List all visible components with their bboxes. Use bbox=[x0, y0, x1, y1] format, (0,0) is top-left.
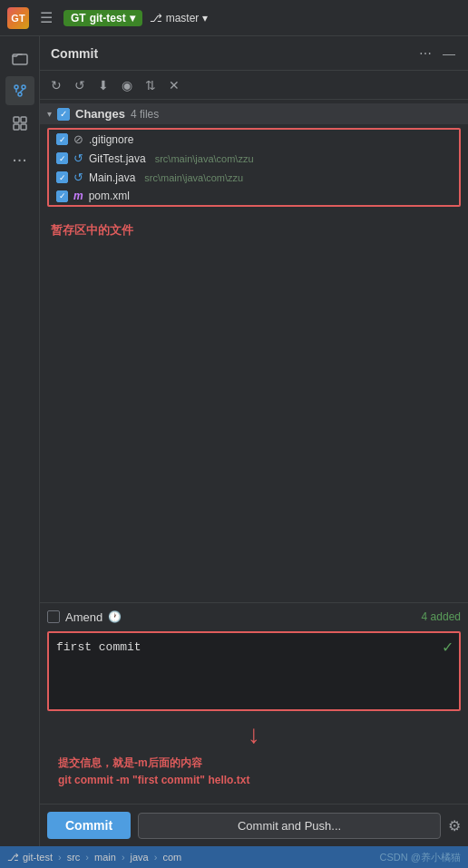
eye-icon[interactable]: ◉ bbox=[118, 76, 136, 94]
project-selector[interactable]: GT git-test ▾ bbox=[63, 10, 142, 26]
svg-rect-6 bbox=[14, 124, 19, 130]
status-git-icon: ⎇ bbox=[7, 852, 19, 863]
file-name-gitignore: .gitignore bbox=[89, 133, 133, 146]
file-checkbox-gitignore[interactable]: ✓ bbox=[56, 133, 68, 145]
sidebar-item-grid[interactable] bbox=[5, 109, 34, 138]
undo-icon[interactable]: ↺ bbox=[71, 76, 89, 94]
panel-header-icons: ⋯ — bbox=[417, 44, 457, 63]
hamburger-menu[interactable]: ☰ bbox=[36, 7, 56, 28]
file-name-main: Main.java bbox=[89, 171, 135, 184]
file-checkbox-gitTest[interactable]: ✓ bbox=[56, 152, 68, 164]
changes-header[interactable]: ▾ ✓ Changes 4 files bbox=[40, 103, 468, 124]
sidebar-item-git[interactable] bbox=[5, 76, 34, 105]
file-icon-main: ↺ bbox=[73, 171, 83, 184]
file-list: ✓ ⊘ .gitignore ✓ ↺ GitTest.java src\main… bbox=[47, 128, 461, 207]
commit-settings-icon[interactable]: ⚙ bbox=[448, 817, 461, 834]
file-name-pom: pom.xml bbox=[89, 190, 130, 202]
file-icon-gitTest: ↺ bbox=[73, 151, 83, 165]
sort-icon[interactable]: ⇅ bbox=[141, 76, 160, 94]
status-project[interactable]: git-test bbox=[23, 852, 53, 863]
project-dropdown-icon: ▾ bbox=[130, 12, 135, 24]
svg-point-3 bbox=[18, 93, 22, 96]
sidebar-more[interactable]: ··· bbox=[12, 149, 27, 170]
app-logo: GT bbox=[7, 7, 29, 29]
annotation-line1: 提交信息，就是-m后面的内容 bbox=[58, 755, 450, 772]
status-com[interactable]: com bbox=[162, 852, 181, 863]
panel-title: Commit bbox=[51, 46, 417, 61]
status-bar: ⎇ git-test › src › main › java › com CSD… bbox=[0, 846, 468, 868]
close-icon[interactable]: ✕ bbox=[165, 76, 183, 94]
amend-left: Amend 🕐 bbox=[47, 610, 122, 624]
project-name: git-test bbox=[90, 12, 126, 24]
annotation-line2: git commit -m "first commit" hello.txt bbox=[58, 772, 450, 789]
content-panel: Commit ⋯ — ↻ ↺ ⬇ ◉ ⇅ ✕ ▾ ✓ Changes 4 fil… bbox=[40, 36, 468, 846]
more-options-icon[interactable]: ⋯ bbox=[417, 44, 434, 63]
file-checkbox-main[interactable]: ✓ bbox=[56, 171, 68, 183]
branch-dropdown-icon: ▾ bbox=[202, 12, 208, 24]
svg-rect-4 bbox=[14, 117, 19, 122]
sidebar-item-folder[interactable] bbox=[5, 44, 34, 73]
annotation-staged-files: 暂存区中的文件 bbox=[40, 210, 468, 247]
file-item-gitignore[interactable]: ✓ ⊘ .gitignore bbox=[49, 130, 459, 149]
annotation-commit-info: 提交信息，就是-m后面的内容 git commit -m "first comm… bbox=[47, 751, 461, 796]
commit-valid-checkmark: ✓ bbox=[442, 639, 453, 656]
refresh-icon[interactable]: ↻ bbox=[47, 76, 65, 94]
file-icon-modified: ⊘ bbox=[73, 132, 83, 146]
svg-point-2 bbox=[22, 85, 25, 89]
chevron-down-icon: ▾ bbox=[47, 109, 52, 119]
watermark-text: CSDN @养小橘猫 bbox=[380, 851, 461, 864]
download-icon[interactable]: ⬇ bbox=[94, 76, 112, 94]
status-java[interactable]: java bbox=[131, 852, 149, 863]
commit-buttons-row: Commit Commit and Push... ⚙ bbox=[40, 804, 468, 846]
left-sidebar: ··· bbox=[0, 36, 40, 846]
toolbar: ↻ ↺ ⬇ ◉ ⇅ ✕ bbox=[40, 71, 468, 100]
changes-count: 4 files bbox=[131, 108, 159, 121]
panel-header: Commit ⋯ — bbox=[40, 36, 468, 71]
status-main[interactable]: main bbox=[94, 852, 116, 863]
svg-point-1 bbox=[15, 85, 18, 89]
file-item-pom[interactable]: ✓ m pom.xml bbox=[49, 187, 459, 205]
changes-label: Changes bbox=[75, 107, 125, 121]
status-src[interactable]: src bbox=[67, 852, 81, 863]
project-label: GT bbox=[71, 12, 86, 24]
branch-selector[interactable]: ⎇ master ▾ bbox=[150, 12, 209, 24]
file-item-main[interactable]: ✓ ↺ Main.java src\main\java\com\zzu bbox=[49, 168, 459, 187]
amend-clock-icon: 🕐 bbox=[108, 610, 122, 623]
changes-select-all-checkbox[interactable]: ✓ bbox=[57, 108, 70, 121]
branch-icon: ⎇ bbox=[150, 12, 162, 24]
commit-message-container: first commit ✓ bbox=[47, 631, 461, 711]
commit-message-input[interactable]: first commit bbox=[49, 633, 459, 706]
changes-section: ▾ ✓ Changes 4 files ✓ ⊘ .gitignore ✓ ↺ G… bbox=[40, 100, 468, 602]
amend-checkbox[interactable] bbox=[47, 610, 60, 623]
svg-rect-7 bbox=[21, 124, 26, 130]
file-name-gitTest: GitTest.java bbox=[89, 152, 146, 165]
commit-button[interactable]: Commit bbox=[47, 812, 131, 839]
arrow-down-icon: ↓ bbox=[248, 722, 260, 747]
arrow-annotation: ↓ bbox=[47, 718, 461, 751]
added-count-badge: 4 added bbox=[422, 610, 461, 623]
file-icon-pom: m bbox=[73, 190, 83, 202]
bottom-section: Amend 🕐 4 added first commit ✓ ↓ 提交信息，就是… bbox=[40, 602, 468, 804]
minimize-icon[interactable]: — bbox=[441, 44, 457, 63]
file-checkbox-pom[interactable]: ✓ bbox=[56, 190, 68, 202]
topbar: GT ☰ GT git-test ▾ ⎇ master ▾ bbox=[0, 0, 468, 36]
main-layout: ··· Commit ⋯ — ↻ ↺ ⬇ ◉ ⇅ ✕ ▾ ✓ Changes bbox=[0, 36, 468, 846]
commit-and-push-button[interactable]: Commit and Push... bbox=[138, 813, 441, 839]
amend-row: Amend 🕐 4 added bbox=[47, 610, 461, 624]
svg-rect-5 bbox=[21, 117, 26, 122]
file-path-main: src\main\java\com\zzu bbox=[144, 172, 243, 183]
branch-name: master bbox=[166, 12, 200, 24]
file-path-gitTest: src\main\java\com\zzu bbox=[155, 153, 254, 164]
file-item-gitTest[interactable]: ✓ ↺ GitTest.java src\main\java\com\zzu bbox=[49, 149, 459, 168]
amend-label: Amend bbox=[65, 610, 102, 624]
